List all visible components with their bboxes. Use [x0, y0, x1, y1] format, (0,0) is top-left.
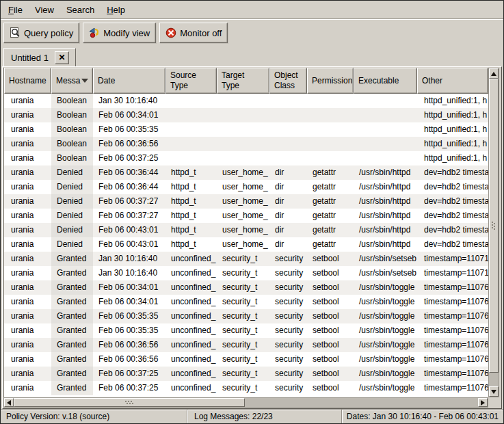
table-row[interactable]: urania Granted Feb 06 00:35:35 unconfine…	[4, 309, 488, 323]
cell-object-class: dir	[269, 165, 307, 180]
table-row[interactable]: urania Granted Feb 06 00:35:35 unconfine…	[4, 323, 488, 338]
menubar: File View Search Help	[1, 1, 503, 19]
cell-other: dev=hdb2 timesta	[417, 223, 488, 237]
cell-other: httpd_unified:1, h	[417, 151, 488, 165]
cell-other: timestamp=11076	[417, 338, 488, 352]
cell-message: Denied	[51, 223, 93, 237]
cell-hostname: urania	[4, 266, 51, 280]
column-header-object-class[interactable]: ObjectClass	[269, 68, 307, 94]
cell-date: Feb 06 00:36:44	[93, 180, 165, 194]
cell-executable: /usr/sbin/setseb	[354, 266, 417, 280]
cell-message: Granted	[51, 338, 93, 352]
cell-hostname: urania	[4, 309, 51, 323]
column-header-message[interactable]: Messa	[51, 68, 93, 94]
cell-executable	[354, 122, 417, 137]
arrow-left-icon	[7, 400, 11, 406]
table-row[interactable]: urania Granted Feb 06 00:36:56 unconfine…	[4, 352, 488, 367]
table-row[interactable]: urania Boolean Feb 06 00:34:01 httpd_uni…	[4, 108, 488, 122]
table-row[interactable]: urania Boolean Feb 06 00:37:25 httpd_uni…	[4, 151, 488, 165]
table-row[interactable]: urania Denied Feb 06 00:43:01 httpd_t us…	[4, 223, 488, 237]
cell-executable: /usr/sbin/toggle	[354, 338, 417, 352]
cell-other: timestamp=11076	[417, 280, 488, 295]
table-row[interactable]: urania Granted Feb 06 00:34:01 unconfine…	[4, 295, 488, 309]
cell-hostname: urania	[4, 381, 51, 395]
horizontal-scrollbar[interactable]	[3, 397, 488, 408]
cell-message: Granted	[51, 309, 93, 323]
cell-date: Jan 30 10:16:40	[93, 266, 165, 280]
cell-object-class	[269, 137, 307, 151]
query-policy-label: Query policy	[24, 28, 73, 38]
cell-executable: /usr/sbin/toggle	[354, 367, 417, 381]
cell-date: Jan 30 10:16:40	[93, 252, 165, 266]
cell-source-type: httpd_t	[165, 194, 217, 209]
cell-date: Jan 30 10:16:40	[93, 94, 165, 108]
cell-other: timestamp=11076	[417, 323, 488, 338]
cell-message: Granted	[51, 352, 93, 367]
cell-permission: setbool	[307, 367, 354, 381]
table-row[interactable]: urania Boolean Feb 06 00:35:35 httpd_uni…	[4, 122, 488, 137]
table-row[interactable]: urania Boolean Feb 06 00:36:56 httpd_uni…	[4, 137, 488, 151]
cell-executable: /usr/sbin/setseb	[354, 252, 417, 266]
cell-hostname: urania	[4, 237, 51, 252]
cell-permission: setbool	[307, 381, 354, 395]
scrollbar-corner	[488, 397, 499, 408]
table-row[interactable]: urania Denied Feb 06 00:36:44 httpd_t us…	[4, 165, 488, 180]
query-policy-button[interactable]: Query policy	[3, 23, 79, 43]
cell-other: dev=hdb2 timesta	[417, 180, 488, 194]
cell-message: Boolean	[51, 151, 93, 165]
cell-executable: /usr/sbin/httpd	[354, 165, 417, 180]
menu-view[interactable]: View	[29, 2, 60, 18]
cell-executable: /usr/sbin/toggle	[354, 309, 417, 323]
cell-object-class: security	[269, 266, 307, 280]
scroll-right-button[interactable]	[478, 398, 488, 407]
scrollbar-grip-icon	[125, 401, 133, 405]
table-row[interactable]: urania Boolean Jan 30 10:16:40 httpd_uni…	[4, 94, 488, 108]
modify-view-button[interactable]: Modify view	[83, 23, 156, 43]
table-row[interactable]: urania Denied Feb 06 00:36:44 httpd_t us…	[4, 180, 488, 194]
column-header-executable[interactable]: Executable	[354, 68, 417, 94]
table-row[interactable]: urania Granted Feb 06 00:37:25 unconfine…	[4, 367, 488, 381]
cell-other: timestamp=11071	[417, 266, 488, 280]
column-header-target-type[interactable]: TargetType	[217, 68, 269, 94]
table-row[interactable]: urania Denied Feb 06 00:43:01 httpd_t us…	[4, 237, 488, 252]
cell-target-type: user_home_	[217, 223, 269, 237]
scroll-down-button[interactable]	[489, 386, 499, 397]
cell-executable: /usr/sbin/httpd	[354, 223, 417, 237]
vertical-scrollbar[interactable]	[488, 68, 499, 397]
column-header-source-type[interactable]: SourceType	[165, 68, 217, 94]
menu-file[interactable]: File	[2, 2, 29, 18]
cell-executable	[354, 151, 417, 165]
table-row[interactable]: urania Granted Jan 30 10:16:40 unconfine…	[4, 266, 488, 280]
scroll-left-button[interactable]	[4, 398, 14, 407]
menu-search[interactable]: Search	[60, 2, 101, 18]
table-row[interactable]: urania Granted Jan 30 10:16:40 unconfine…	[4, 252, 488, 266]
table-row[interactable]: urania Granted Feb 06 00:34:01 unconfine…	[4, 280, 488, 295]
menu-help[interactable]: Help	[101, 2, 131, 18]
cell-hostname: urania	[4, 252, 51, 266]
cell-hostname: urania	[4, 352, 51, 367]
table-row[interactable]: urania Denied Feb 06 00:37:27 httpd_t us…	[4, 209, 488, 223]
cell-target-type: security_t	[217, 295, 269, 309]
column-header-hostname[interactable]: Hostname	[4, 68, 51, 94]
table-row[interactable]: urania Granted Feb 06 00:37:25 unconfine…	[4, 381, 488, 395]
query-policy-icon	[10, 27, 21, 38]
column-header-permission[interactable]: Permission	[307, 68, 354, 94]
monitor-off-button[interactable]: Monitor off	[159, 23, 228, 43]
vertical-scrollbar-thumb[interactable]	[489, 79, 499, 373]
tab-close-button[interactable]: ✕	[55, 51, 69, 64]
table-row[interactable]: urania Denied Feb 06 00:37:27 httpd_t us…	[4, 194, 488, 209]
cell-hostname: urania	[4, 280, 51, 295]
column-header-date[interactable]: Date	[93, 68, 165, 94]
cell-executable: /usr/sbin/toggle	[354, 323, 417, 338]
cell-message: Granted	[51, 266, 93, 280]
horizontal-scrollbar-thumb[interactable]	[14, 398, 245, 407]
cell-executable	[354, 137, 417, 151]
cell-source-type: unconfined_	[165, 295, 217, 309]
cell-hostname: urania	[4, 122, 51, 137]
scroll-up-button[interactable]	[489, 68, 499, 79]
cell-date: Feb 06 00:37:25	[93, 151, 165, 165]
column-header-other[interactable]: Other	[417, 68, 488, 94]
tab-untitled-1[interactable]: Untitled 1 ✕	[3, 48, 76, 66]
monitor-off-label: Monitor off	[180, 28, 222, 38]
table-row[interactable]: urania Granted Feb 06 00:36:56 unconfine…	[4, 338, 488, 352]
